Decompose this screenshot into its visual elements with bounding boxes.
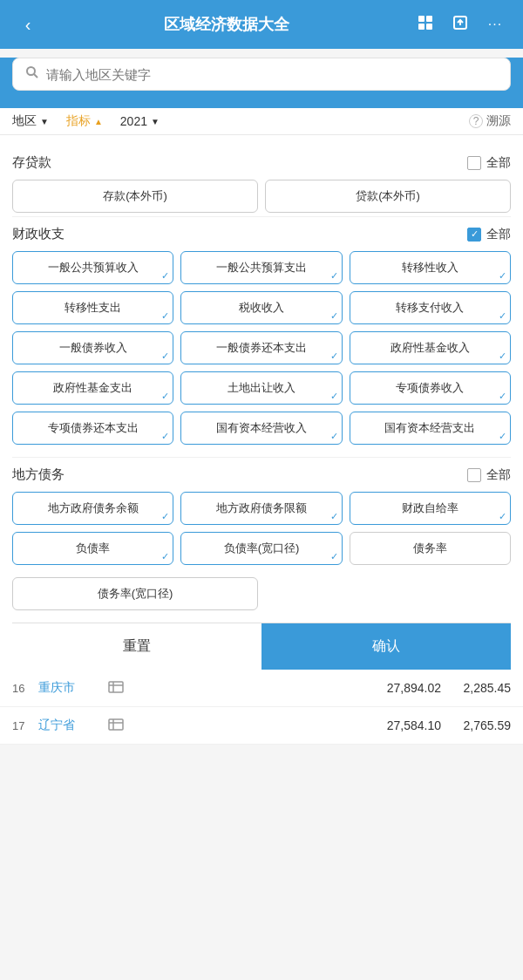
tag-check-icon: ✓ — [330, 350, 338, 362]
tag-state-capital-expenditure[interactable]: 国有资本经营支出 ✓ — [350, 412, 511, 445]
svg-rect-3 — [426, 24, 432, 30]
tag-check-icon: ✓ — [161, 310, 169, 322]
tag-transfer-payment-revenue[interactable]: 转移支付收入 ✓ — [350, 291, 511, 324]
search-input[interactable] — [46, 67, 498, 82]
svg-rect-2 — [418, 24, 425, 30]
main-content: 存贷款 全部 存款(本外币) 贷款(本外币) 财政收支 ✓ 全部 一般公共预算收… — [0, 135, 523, 670]
search-container — [12, 58, 511, 91]
svg-rect-11 — [109, 719, 123, 730]
deposits-loans-checkbox[interactable] — [467, 156, 481, 170]
reset-button[interactable]: 重置 — [12, 623, 262, 670]
tag-general-bond-revenue[interactable]: 一般债券收入 ✓ — [12, 331, 173, 364]
tag-check-icon: ✓ — [330, 431, 338, 442]
row-name-liaoning[interactable]: 辽宁省 — [38, 718, 108, 733]
grid-icon[interactable] — [411, 10, 439, 39]
tag-debt-ratio[interactable]: 债务率 — [350, 532, 511, 565]
deposits-loans-title: 存贷款 — [12, 154, 51, 171]
export-icon[interactable] — [446, 10, 474, 39]
tag-special-bond-repayment[interactable]: 专项债券还本支出 ✓ — [12, 412, 173, 445]
tag-deposits[interactable]: 存款(本外币) — [12, 180, 258, 213]
tag-transfer-revenue[interactable]: 转移性收入 ✓ — [350, 251, 511, 284]
local-debt-title: 地方债务 — [12, 466, 65, 483]
tag-check-icon: ✓ — [161, 511, 169, 522]
tag-check-icon: ✓ — [161, 350, 169, 362]
bottom-buttons: 重置 确认 — [12, 623, 511, 670]
divider-2 — [12, 457, 511, 458]
filter-region[interactable]: 地区 ▼ — [12, 113, 49, 129]
confirm-button[interactable]: 确认 — [262, 623, 511, 670]
filter-indicator[interactable]: 指标 ▲ — [66, 113, 103, 129]
local-debt-check-all[interactable]: 全部 — [467, 467, 511, 483]
local-debt-checkbox[interactable] — [467, 468, 481, 482]
page-title: 区域经济数据大全 — [42, 14, 411, 35]
tag-check-icon: ✓ — [161, 551, 169, 562]
tag-check-icon: ✓ — [330, 391, 338, 402]
fiscal-grid: 一般公共预算收入 ✓ 一般公共预算支出 ✓ 转移性收入 ✓ 转移性支出 ✓ 税收… — [12, 251, 511, 445]
tag-check-icon: ✓ — [330, 310, 338, 322]
tag-govt-fund-revenue[interactable]: 政府性基金收入 ✓ — [350, 331, 511, 364]
tag-liability-ratio[interactable]: 负债率 ✓ — [12, 532, 173, 565]
more-icon[interactable]: ··· — [481, 13, 509, 36]
tag-tax-revenue[interactable]: 税收收入 ✓ — [180, 291, 342, 324]
header-actions: ··· — [411, 10, 509, 39]
fiscal-checkbox[interactable]: ✓ — [467, 228, 481, 242]
tag-check-icon: ✓ — [330, 551, 338, 562]
row-val2-16: 2,285.45 — [441, 681, 511, 695]
divider-1 — [12, 216, 511, 217]
filter-source[interactable]: ? 溯源 — [469, 113, 511, 129]
row-detail-icon-16[interactable] — [108, 681, 134, 696]
tag-debt-ratio-broad[interactable]: 债务率(宽口径) — [12, 577, 258, 610]
back-button[interactable]: ‹ — [14, 11, 42, 38]
svg-point-6 — [27, 67, 35, 75]
tag-local-debt-balance[interactable]: 地方政府债务余额 ✓ — [12, 492, 173, 525]
deposits-loans-grid: 存款(本外币) 贷款(本外币) — [12, 180, 511, 213]
header: ‹ 区域经济数据大全 ··· — [0, 0, 523, 49]
tag-fiscal-self-sufficiency[interactable]: 财政自给率 ✓ — [350, 492, 511, 525]
local-debt-grid: 地方政府债务余额 ✓ 地方政府债务限额 ✓ 财政自给率 ✓ 负债率 ✓ 负债率(… — [12, 492, 511, 565]
row-val1-16: 27,894.02 — [134, 681, 441, 695]
tag-general-bond-repayment[interactable]: 一般债券还本支出 ✓ — [180, 331, 342, 364]
tag-check-icon: ✓ — [330, 270, 338, 282]
tag-land-transfer-revenue[interactable]: 土地出让收入 ✓ — [180, 371, 342, 405]
tag-check-icon: ✓ — [330, 511, 338, 522]
tag-special-bond-revenue[interactable]: 专项债券收入 ✓ — [350, 371, 511, 405]
tag-general-revenue[interactable]: 一般公共预算收入 ✓ — [12, 251, 173, 284]
tag-transfer-expenditure[interactable]: 转移性支出 ✓ — [12, 291, 173, 324]
local-debt-section-header: 地方债务 全部 — [12, 466, 511, 483]
row-detail-icon-17[interactable] — [108, 718, 134, 733]
svg-line-7 — [34, 74, 37, 78]
row-val2-17: 2,765.59 — [441, 718, 511, 732]
row-name-chongqing[interactable]: 重庆市 — [38, 680, 108, 696]
region-arrow-icon: ▼ — [40, 117, 49, 126]
deposits-loans-section-header: 存贷款 全部 — [12, 154, 511, 171]
tag-local-debt-limit[interactable]: 地方政府债务限额 ✓ — [180, 492, 342, 525]
year-arrow-icon: ▼ — [151, 117, 160, 126]
local-debt-grid-extra: 债务率(宽口径) — [12, 577, 511, 610]
filter-year[interactable]: 2021 ▼ — [120, 114, 160, 128]
fiscal-check-all[interactable]: ✓ 全部 — [467, 227, 511, 242]
tag-check-icon: ✓ — [499, 270, 506, 282]
tag-check-icon: ✓ — [499, 310, 506, 322]
tag-check-icon: ✓ — [161, 270, 169, 282]
tag-liability-ratio-broad[interactable]: 负债率(宽口径) ✓ — [180, 532, 342, 565]
tag-check-icon: ✓ — [499, 511, 506, 522]
deposits-loans-check-all[interactable]: 全部 — [467, 155, 511, 171]
fiscal-section-header: 财政收支 ✓ 全部 — [12, 226, 511, 242]
search-icon — [25, 65, 39, 83]
tag-general-expenditure[interactable]: 一般公共预算支出 ✓ — [180, 251, 342, 284]
table-row: 17 辽宁省 27,584.10 2,765.59 — [0, 707, 523, 745]
tag-govt-fund-expenditure[interactable]: 政府性基金支出 ✓ — [12, 371, 173, 405]
indicator-arrow-icon: ▲ — [94, 117, 103, 126]
svg-rect-1 — [426, 16, 432, 22]
svg-rect-8 — [109, 682, 123, 692]
row-rank-17: 17 — [12, 719, 38, 732]
tag-state-capital-revenue[interactable]: 国有资本经营收入 ✓ — [180, 412, 342, 445]
svg-rect-0 — [418, 16, 425, 22]
fiscal-title: 财政收支 — [12, 226, 65, 242]
table-row: 16 重庆市 27,894.02 2,285.45 — [0, 670, 523, 707]
tag-check-icon: ✓ — [499, 391, 506, 402]
source-help-icon: ? — [469, 114, 483, 128]
row-val1-17: 27,584.10 — [134, 718, 441, 732]
tag-check-icon: ✓ — [499, 350, 506, 362]
tag-loans[interactable]: 贷款(本外币) — [265, 180, 511, 213]
